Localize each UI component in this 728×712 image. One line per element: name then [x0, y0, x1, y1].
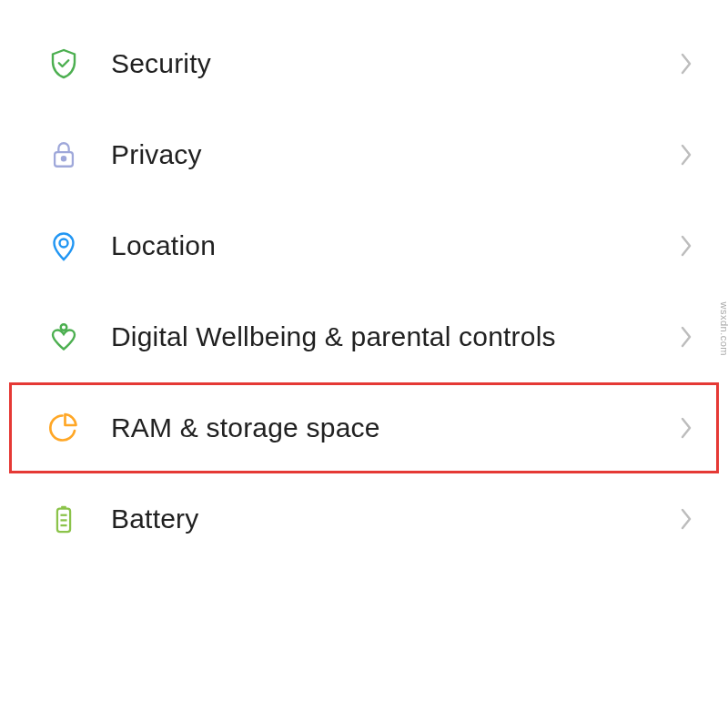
wellbeing-heart-icon	[46, 319, 82, 355]
svg-point-2	[60, 239, 68, 248]
svg-point-1	[62, 157, 66, 160]
settings-item-battery[interactable]: Battery	[9, 473, 719, 565]
settings-list: Security Privacy	[0, 0, 728, 574]
svg-rect-5	[61, 506, 66, 509]
settings-item-label: Battery	[111, 503, 679, 534]
shield-check-icon	[46, 46, 82, 82]
settings-item-label: Location	[111, 230, 679, 261]
chevron-right-icon	[679, 506, 693, 532]
settings-item-label: Security	[111, 48, 679, 79]
chevron-right-icon	[679, 324, 693, 350]
svg-point-3	[61, 324, 67, 331]
settings-item-storage[interactable]: RAM & storage space	[9, 382, 719, 473]
chevron-right-icon	[679, 233, 693, 259]
pie-chart-icon	[46, 410, 82, 446]
settings-item-label: Digital Wellbeing & parental controls	[111, 321, 679, 352]
settings-item-label: RAM & storage space	[111, 412, 679, 443]
settings-item-location[interactable]: Location	[9, 200, 719, 291]
settings-item-wellbeing[interactable]: Digital Wellbeing & parental controls	[9, 291, 719, 382]
lock-icon	[46, 137, 82, 173]
watermark-text: wsxdn.com	[719, 301, 728, 356]
chevron-right-icon	[679, 415, 693, 441]
settings-item-privacy[interactable]: Privacy	[9, 109, 719, 200]
location-pin-icon	[46, 228, 82, 264]
settings-item-label: Privacy	[111, 139, 679, 170]
battery-icon	[46, 501, 82, 537]
chevron-right-icon	[679, 51, 693, 76]
settings-item-security[interactable]: Security	[9, 18, 719, 109]
chevron-right-icon	[679, 142, 693, 168]
